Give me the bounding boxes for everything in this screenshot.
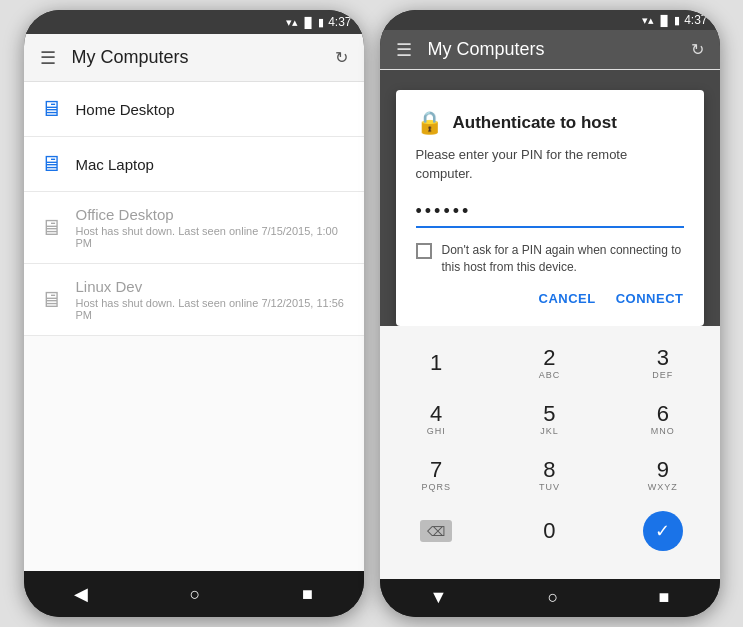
right-hamburger-icon[interactable]: ☰	[396, 39, 412, 61]
computer-status-linux: Host has shut down. Last seen online 7/1…	[76, 297, 348, 321]
computer-icon-office: 🖥	[40, 215, 62, 241]
numpad-key-0[interactable]: 0	[509, 504, 589, 558]
numpad-9-main: 9	[657, 459, 669, 481]
numpad-key-7[interactable]: 7 PQRS	[396, 448, 476, 502]
right-status-bar: ▾▴ ▐▌ ▮ 4:37	[380, 10, 720, 30]
computer-item-home[interactable]: 🖥 Home Desktop	[24, 82, 364, 137]
computer-info-linux: Linux Dev Host has shut down. Last seen …	[76, 278, 348, 321]
computer-status-office: Host has shut down. Last seen online 7/1…	[76, 225, 348, 249]
signal-icon: ▐▌	[301, 17, 315, 28]
cancel-button[interactable]: CANCEL	[539, 291, 596, 306]
numpad-row-2: 4 GHI 5 JKL 6 MNO	[380, 392, 720, 446]
remember-checkbox[interactable]	[416, 243, 432, 259]
remember-label: Don't ask for a PIN again when connectin…	[442, 242, 684, 276]
numpad-6-sub: MNO	[651, 426, 675, 436]
numpad-8-sub: TUV	[539, 482, 560, 492]
numpad-key-4[interactable]: 4 GHI	[396, 392, 476, 446]
numpad-9-sub: WXYZ	[648, 482, 678, 492]
connect-button[interactable]: CONNECT	[616, 291, 684, 306]
right-battery-icon: ▮	[674, 14, 680, 27]
numpad-7-main: 7	[430, 459, 442, 481]
numpad-backspace-button[interactable]: ⌫	[396, 504, 476, 558]
dialog-actions: CANCEL CONNECT	[416, 291, 684, 306]
right-nav-bar: ▼ ○ ■	[380, 579, 720, 618]
lock-icon: 🔒	[416, 110, 443, 136]
numpad-6-main: 6	[657, 403, 669, 425]
computer-name-linux: Linux Dev	[76, 278, 348, 295]
computer-item-mac[interactable]: 🖥 Mac Laptop	[24, 137, 364, 192]
numpad-1-main: 1	[430, 352, 442, 374]
numpad-7-sub: PQRS	[421, 482, 451, 492]
computer-info-mac: Mac Laptop	[76, 156, 154, 173]
right-refresh-icon[interactable]: ↻	[691, 40, 704, 59]
left-hamburger-icon[interactable]: ☰	[40, 47, 56, 69]
right-status-time: 4:37	[684, 13, 707, 27]
numpad-2-main: 2	[543, 347, 555, 369]
numpad-key-3[interactable]: 3 DEF	[623, 336, 703, 390]
left-app-title: My Computers	[72, 47, 319, 68]
numpad-key-8[interactable]: 8 TUV	[509, 448, 589, 502]
pin-input[interactable]	[416, 197, 684, 228]
battery-icon: ▮	[318, 16, 324, 29]
numpad-key-5[interactable]: 5 JKL	[509, 392, 589, 446]
computer-icon-linux: 🖥	[40, 287, 62, 313]
numpad-row-1: 1 2 ABC 3 DEF	[380, 336, 720, 390]
numpad-4-sub: GHI	[427, 426, 446, 436]
numpad-4-main: 4	[430, 403, 442, 425]
numpad-8-main: 8	[543, 459, 555, 481]
computer-info-office: Office Desktop Host has shut down. Last …	[76, 206, 348, 249]
computer-icon-home: 🖥	[40, 96, 62, 122]
dialog-description: Please enter your PIN for the remote com…	[416, 146, 684, 182]
computer-icon-mac: 🖥	[40, 151, 62, 177]
numpad-key-1[interactable]: 1	[396, 336, 476, 390]
numpad-confirm-button[interactable]: ✓	[623, 504, 703, 558]
computer-list: 🖥 Home Desktop 🖥 Mac Laptop 🖥 Office Des…	[24, 82, 364, 336]
numpad-5-sub: JKL	[540, 426, 559, 436]
computer-name-mac: Mac Laptop	[76, 156, 154, 173]
computer-info-home: Home Desktop	[76, 101, 175, 118]
confirm-icon: ✓	[643, 511, 683, 551]
computer-item-office[interactable]: 🖥 Office Desktop Host has shut down. Las…	[24, 192, 364, 264]
right-app-title: My Computers	[428, 39, 675, 60]
numpad-2-sub: ABC	[539, 370, 561, 380]
numpad-3-main: 3	[657, 347, 669, 369]
home-button[interactable]: ○	[182, 576, 209, 613]
numpad-row-4: ⌫ 0 ✓	[380, 504, 720, 558]
right-phone: ▾▴ ▐▌ ▮ 4:37 ☰ My Computers ↻ 🔒 Authenti…	[380, 10, 720, 617]
computer-name-home: Home Desktop	[76, 101, 175, 118]
numpad-5-main: 5	[543, 403, 555, 425]
numpad-key-6[interactable]: 6 MNO	[623, 392, 703, 446]
auth-dialog: 🔒 Authenticate to host Please enter your…	[396, 90, 704, 326]
numpad-key-2[interactable]: 2 ABC	[509, 336, 589, 390]
status-time: 4:37	[328, 15, 351, 29]
right-recent-button[interactable]: ■	[651, 579, 678, 616]
right-home-button[interactable]: ○	[540, 579, 567, 616]
computer-name-office: Office Desktop	[76, 206, 348, 223]
numpad-3-sub: DEF	[652, 370, 673, 380]
left-nav-bar: ◀ ○ ■	[24, 571, 364, 617]
dialog-title: Authenticate to host	[453, 113, 617, 133]
right-wifi-icon: ▾▴	[642, 14, 654, 27]
right-signal-icon: ▐▌	[657, 15, 671, 26]
status-icons: ▾▴ ▐▌ ▮	[286, 16, 324, 29]
numpad-key-9[interactable]: 9 WXYZ	[623, 448, 703, 502]
left-content: 🖥 Home Desktop 🖥 Mac Laptop 🖥 Office Des…	[24, 82, 364, 571]
numpad: 1 2 ABC 3 DEF 4 GHI 5	[380, 326, 720, 578]
left-status-bar: ▾▴ ▐▌ ▮ 4:37	[24, 10, 364, 34]
right-status-icons: ▾▴ ▐▌ ▮	[642, 14, 680, 27]
left-phone: ▾▴ ▐▌ ▮ 4:37 ☰ My Computers ↻ 🖥 Home Des…	[24, 10, 364, 617]
numpad-0-main: 0	[543, 520, 555, 542]
computer-item-linux[interactable]: 🖥 Linux Dev Host has shut down. Last see…	[24, 264, 364, 336]
right-back-button[interactable]: ▼	[422, 579, 456, 616]
dialog-overlay: 🔒 Authenticate to host Please enter your…	[380, 70, 720, 578]
backspace-icon: ⌫	[420, 520, 452, 542]
dialog-title-row: 🔒 Authenticate to host	[416, 110, 684, 136]
wifi-icon: ▾▴	[286, 16, 298, 29]
back-button[interactable]: ◀	[66, 575, 96, 613]
remember-row: Don't ask for a PIN again when connectin…	[416, 242, 684, 276]
left-refresh-icon[interactable]: ↻	[335, 48, 348, 67]
left-app-bar: ☰ My Computers ↻	[24, 34, 364, 82]
numpad-row-3: 7 PQRS 8 TUV 9 WXYZ	[380, 448, 720, 502]
recent-button[interactable]: ■	[294, 576, 321, 613]
right-app-bar: ☰ My Computers ↻	[380, 30, 720, 70]
